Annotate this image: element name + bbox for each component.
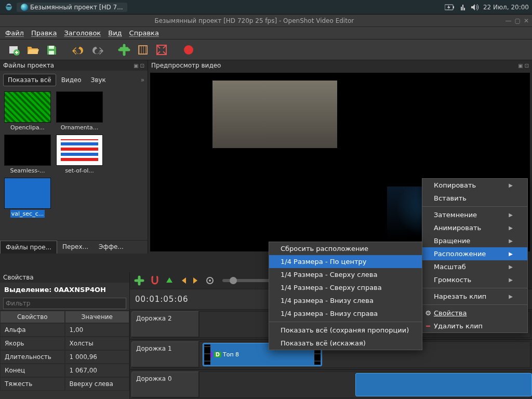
track-header[interactable]: Дорожка 1 <box>131 341 199 368</box>
add-track-button[interactable] <box>134 275 144 286</box>
svg-point-11 <box>209 280 211 282</box>
project-file-item[interactable]: Seamless-... <box>3 135 52 175</box>
track-header[interactable]: Дорожка 2 <box>131 311 199 338</box>
volume-icon[interactable] <box>471 4 479 11</box>
property-row[interactable]: Конец1 067,00 <box>0 364 129 377</box>
menubar: Файл Правка Заголовок Вид Справка <box>0 27 532 39</box>
submenu-item[interactable]: Сбросить расположение <box>269 242 422 255</box>
effect-badge: D <box>214 352 221 357</box>
import-files-button[interactable] <box>117 43 131 57</box>
submenu-item[interactable]: 1/4 Размера - Сверху справа <box>269 281 422 294</box>
next-marker-button[interactable] <box>192 276 201 285</box>
property-row[interactable]: ЯкорьХолсты <box>0 337 129 350</box>
project-files-grid: Openclipa... Ornamenta... Seamless-... s… <box>0 88 148 221</box>
fullscreen-button[interactable] <box>155 43 168 57</box>
project-file-item[interactable]: val_sec_c... <box>3 178 52 218</box>
properties-table: Свойство Значение Альфа1,00 ЯкорьХолсты … <box>0 310 129 391</box>
selection-label: Выделение: 0AAXNSP4OH <box>0 283 129 297</box>
properties-col-value[interactable]: Значение <box>65 311 130 323</box>
svg-rect-5 <box>49 51 54 55</box>
project-file-item[interactable]: Ornamenta... <box>55 91 104 131</box>
close-icon[interactable]: ✕ <box>524 17 529 24</box>
panel-controls-icon[interactable]: ▣ ⊡ <box>518 63 529 69</box>
globe-icon <box>21 4 28 11</box>
filter-tab-video[interactable]: Видео <box>57 74 86 86</box>
context-item-paste[interactable]: Вставить <box>422 192 527 205</box>
svg-point-9 <box>184 45 193 55</box>
menu-edit[interactable]: Правка <box>31 29 57 37</box>
project-file-item[interactable]: Openclipa... <box>3 91 52 131</box>
filter-tab-all[interactable]: Показать всё <box>3 74 56 86</box>
taskbar-app-button[interactable]: Безымянный проект [HD 7... <box>17 3 127 12</box>
submenu-item[interactable]: 1/4 размера - Внизу слева <box>269 294 422 307</box>
property-row[interactable]: ТяжестьВверху слева <box>0 377 129 391</box>
new-project-button[interactable] <box>7 43 21 57</box>
property-row[interactable]: Альфа1,00 <box>0 323 129 337</box>
submenu-item[interactable]: 1/4 размера - Внизу справа <box>269 307 422 320</box>
system-taskbar: Безымянный проект [HD 7... 22 Июл, 20:00 <box>0 0 532 15</box>
export-button[interactable] <box>182 43 195 57</box>
menu-help[interactable]: Справка <box>129 29 159 37</box>
project-files-title: Файлы проекта <box>3 62 54 69</box>
tab-effects[interactable]: Эффе... <box>94 241 129 254</box>
network-icon[interactable] <box>459 4 467 11</box>
svg-rect-1 <box>453 6 454 8</box>
taskbar-app-label: Безымянный проект [HD 7... <box>30 4 123 11</box>
context-item-properties[interactable]: ⚙Свойства <box>422 307 527 320</box>
context-submenu-layout: Сбросить расположение 1/4 Размера - По ц… <box>269 242 422 350</box>
battery-icon[interactable] <box>445 4 455 10</box>
preview-title: Предпросмотр видео <box>151 62 221 69</box>
gear-icon: ⚙ <box>424 309 432 317</box>
context-item-slice[interactable]: Нарезать клип▶ <box>422 290 527 303</box>
context-item-volume[interactable]: Громкость▶ <box>422 273 527 286</box>
menu-file[interactable]: Файл <box>5 29 24 37</box>
maximize-icon[interactable]: ▢ <box>515 17 521 24</box>
context-item-copy[interactable]: Копировать▶ <box>422 179 527 192</box>
submenu-item[interactable]: Показать всё (искажая) <box>269 337 422 350</box>
snap-button[interactable] <box>150 275 160 286</box>
tab-transitions[interactable]: Перех... <box>57 241 94 254</box>
more-icon[interactable]: » <box>141 76 144 84</box>
menu-title[interactable]: Заголовок <box>64 29 101 37</box>
context-item-animate[interactable]: Анимировать▶ <box>422 221 527 234</box>
properties-col-name[interactable]: Свойство <box>0 311 65 323</box>
taskbar-clock[interactable]: 22 Июл, 20:00 <box>483 4 529 11</box>
timeline-clip[interactable] <box>355 373 532 396</box>
delete-icon: ━ <box>424 322 432 330</box>
tab-project-files[interactable]: Файлы прое... <box>0 241 57 254</box>
center-playhead-button[interactable] <box>206 276 214 285</box>
project-files-panel: Файлы проекта ▣ ⊡ Показать всё Видео Зву… <box>0 60 148 254</box>
context-item-delete[interactable]: ━Удалить клип <box>422 320 527 332</box>
preview-clip-thumbnail <box>212 81 337 148</box>
project-file-item[interactable]: set-of-ol... <box>55 135 104 175</box>
window-title: Безымянный проект [HD 720p 25 fps] - Ope… <box>3 17 506 24</box>
track-header[interactable]: Дорожка 0 <box>131 371 199 398</box>
context-item-rotate[interactable]: Вращение▶ <box>422 234 527 247</box>
svg-rect-4 <box>49 46 54 49</box>
profiles-button[interactable] <box>136 43 150 57</box>
panel-controls-icon[interactable]: ▣ ⊡ <box>134 63 144 69</box>
toolbar <box>0 39 532 60</box>
context-item-fade[interactable]: Затемнение▶ <box>422 208 527 221</box>
submenu-item[interactable]: 1/4 Размера - Сверху слева <box>269 268 422 281</box>
context-item-layout[interactable]: Расположение▶ <box>422 247 527 260</box>
context-item-scale[interactable]: Масштаб▶ <box>422 260 527 273</box>
redo-button[interactable] <box>90 43 104 57</box>
prev-marker-button[interactable] <box>179 276 187 285</box>
window-titlebar: Безымянный проект [HD 720p 25 fps] - Ope… <box>0 15 532 27</box>
marker-button[interactable] <box>165 276 174 285</box>
timeline-track[interactable]: Дорожка 0 <box>130 370 532 399</box>
submenu-item[interactable]: 1/4 Размера - По центру <box>269 255 422 268</box>
context-menu-clip: Копировать▶ Вставить Затемнение▶ Анимиро… <box>422 178 528 333</box>
submenu-item[interactable]: Показать всё (сохраняя пропорции) <box>269 324 422 337</box>
menu-view[interactable]: Вид <box>108 29 122 37</box>
timeline-timecode: 00:01:05:06 <box>135 295 189 304</box>
filter-tab-audio[interactable]: Звук <box>87 74 110 86</box>
app-menu-icon[interactable] <box>3 2 15 13</box>
undo-button[interactable] <box>72 43 85 57</box>
minimize-icon[interactable]: — <box>506 17 512 24</box>
save-project-button[interactable] <box>45 43 58 57</box>
property-row[interactable]: Длительность1 000,96 <box>0 350 129 364</box>
open-project-button[interactable] <box>26 43 39 57</box>
properties-filter-input[interactable] <box>3 298 126 309</box>
